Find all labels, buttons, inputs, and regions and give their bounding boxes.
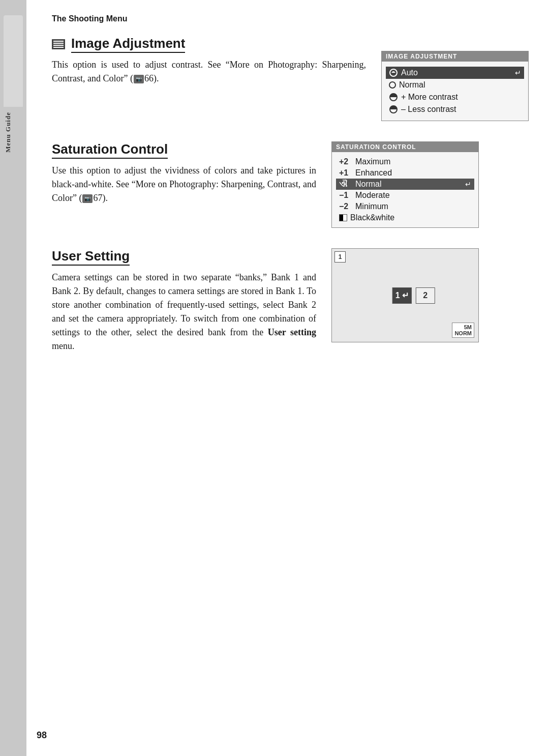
- bank-2: 2: [416, 287, 435, 304]
- image-adjustment-title-text: Image Adjustment: [71, 36, 185, 53]
- user-screen-info: 5M NORM: [452, 323, 474, 338]
- sat-val-moderate: −1: [339, 191, 353, 200]
- adj-option-less-contrast: – Less contrast: [389, 103, 521, 115]
- sidebar-inner: [4, 15, 23, 107]
- saturation-screen-title: SATURATION CONTROL: [332, 142, 478, 152]
- page-header: The Shooting Menu: [52, 14, 529, 23]
- more-contrast-icon: [389, 93, 398, 102]
- image-adjustment-title: Image Adjustment: [52, 36, 366, 53]
- user-setting-section: User Setting Camera settings can be stor…: [52, 248, 529, 353]
- sat-val-max: +2: [339, 157, 353, 166]
- bank-1-arrow: ↵: [402, 290, 409, 300]
- info-line2: NORM: [454, 330, 472, 336]
- auto-icon: [389, 68, 398, 77]
- ref-icon-1: 📷: [134, 75, 144, 83]
- bw-icon: [339, 214, 347, 221]
- sat-label-bw: Black&white: [350, 213, 394, 222]
- saturation-options: +2 Maximum +1 Enhanced ଐ Normal ↵: [332, 152, 478, 227]
- saturation-screen: SATURATION CONTROL +2 Maximum +1 Enhance…: [331, 141, 479, 228]
- sidebar-label: Menu Guide: [4, 112, 12, 153]
- svg-line-4: [392, 94, 392, 95]
- saturation-title-text: Saturation Control: [52, 141, 168, 159]
- saturation-title: Saturation Control: [52, 141, 316, 159]
- normal-icon: [389, 81, 396, 89]
- saturation-box: SATURATION CONTROL +2 Maximum +1 Enhance…: [331, 141, 479, 228]
- bank-1-label: 1: [395, 291, 400, 300]
- ref-icon-2: 📷: [82, 194, 93, 203]
- adj-option-normal: Normal: [389, 79, 521, 91]
- user-screen-banks: 1 ↵ 2: [392, 287, 435, 304]
- user-setting-body: Camera settings can be stored in two sep…: [52, 271, 316, 353]
- sat-option-bw: Black&white: [339, 212, 471, 223]
- sat-label-enhanced: Enhanced: [355, 168, 392, 178]
- sat-option-enhanced: +1 Enhanced: [339, 167, 471, 179]
- sidebar: Menu Guide: [0, 0, 26, 756]
- info-line1: 5M: [454, 324, 472, 330]
- image-adjustment-screen-title: IMAGE ADJUSTMENT: [382, 51, 528, 62]
- main-content: The Shooting Menu Image Adjustment This …: [37, 0, 549, 756]
- image-adjustment-screen: IMAGE ADJUSTMENT Auto ↵ Norma: [381, 51, 529, 121]
- sat-option-minimum: −2 Minimum: [339, 201, 471, 212]
- image-adjustment-options: Auto ↵ Normal: [382, 62, 528, 121]
- adj-option-more-contrast: + More contrast: [389, 91, 521, 103]
- image-adjustment-text: Image Adjustment This option is used to …: [52, 36, 366, 85]
- user-screen-corner: 1: [334, 251, 346, 263]
- page-title: The Shooting Menu: [52, 14, 127, 23]
- user-setting-screen: 1 1 ↵ 2 5M NORM: [331, 248, 479, 342]
- adj-normal-label: Normal: [399, 80, 425, 90]
- bank-2-label: 2: [423, 291, 428, 300]
- user-setting-title-text: User Setting: [52, 248, 130, 266]
- user-setting-text: User Setting Camera settings can be stor…: [52, 248, 316, 353]
- sat-label-normal: Normal: [355, 180, 382, 189]
- sat-option-max: +2 Maximum: [339, 156, 471, 167]
- sat-option-normal: ଐ Normal ↵: [336, 179, 474, 190]
- enter-arrow-sat: ↵: [465, 180, 471, 188]
- image-adjustment-box: IMAGE ADJUSTMENT Auto ↵ Norma: [381, 51, 529, 121]
- user-setting-title: User Setting: [52, 248, 316, 266]
- enter-arrow-auto: ↵: [515, 69, 521, 77]
- saturation-text: Saturation Control Use this option to ad…: [52, 141, 316, 205]
- adj-more-contrast-label: + More contrast: [401, 93, 458, 102]
- adj-auto-label: Auto: [401, 68, 418, 77]
- page-number: 98: [37, 730, 47, 741]
- image-adjustment-section: Image Adjustment This option is used to …: [52, 36, 529, 121]
- sat-val-minimum: −2: [339, 202, 353, 211]
- sat-val-normal: ଐ: [339, 180, 353, 189]
- sat-option-moderate: −1 Moderate: [339, 190, 471, 201]
- saturation-body: Use this option to adjust the vividness …: [52, 164, 316, 205]
- sat-label-minimum: Minimum: [355, 202, 388, 211]
- bank-1: 1 ↵: [392, 287, 412, 304]
- less-contrast-icon: [389, 105, 398, 114]
- saturation-control-section: Saturation Control Use this option to ad…: [52, 141, 529, 228]
- user-setting-bold: User setting: [268, 327, 316, 337]
- adj-less-contrast-label: – Less contrast: [401, 105, 456, 114]
- adj-option-auto: Auto ↵: [386, 67, 524, 79]
- user-screen-box: 1 1 ↵ 2 5M NORM: [331, 248, 479, 342]
- sat-label-moderate: Moderate: [355, 191, 390, 200]
- sat-label-max: Maximum: [355, 157, 390, 166]
- sat-val-enhanced: +1: [339, 168, 353, 178]
- menu-icon: [52, 39, 65, 49]
- image-adjustment-body: This option is used to adjust contrast. …: [52, 58, 366, 85]
